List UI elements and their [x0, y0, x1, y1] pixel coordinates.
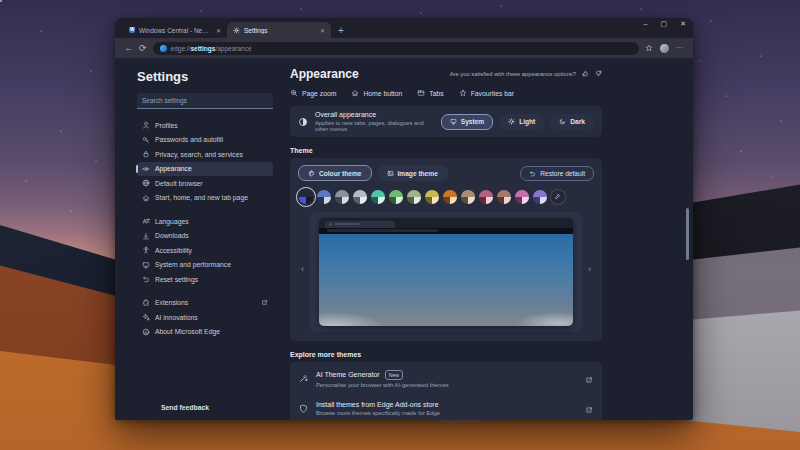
- thumbs-down-icon[interactable]: [595, 70, 602, 77]
- colour-swatch-13[interactable]: [515, 190, 529, 204]
- favourites-star-icon[interactable]: [645, 44, 653, 52]
- colour-swatch-8[interactable]: [425, 190, 439, 204]
- open-external-icon[interactable]: [585, 400, 593, 418]
- colour-swatch-11[interactable]: [479, 190, 493, 204]
- colour-swatch-1[interactable]: [299, 190, 313, 204]
- sidebar-item-start-home-and-new-tab-page[interactable]: Start, home, and new tab page: [137, 191, 273, 206]
- minimize-button[interactable]: –: [644, 20, 648, 28]
- explore-row-title: AI Theme GeneratorNew: [316, 370, 449, 380]
- lock-icon: [142, 150, 150, 158]
- sidebar-item-privacy-search-and-services[interactable]: Privacy, search, and services: [137, 147, 273, 162]
- mode-button-dark[interactable]: Dark: [550, 114, 594, 130]
- sidebar-item-passwords-and-autofill[interactable]: Passwords and autofill: [137, 133, 273, 148]
- edge-icon: [142, 328, 150, 336]
- sidebar-item-ai-innovations[interactable]: AI innovations: [137, 310, 273, 325]
- quick-link-tabs[interactable]: Tabs: [417, 89, 443, 97]
- browser-window: W Windows Central - News, Review… ✕ Sett…: [115, 18, 693, 420]
- close-button[interactable]: ✕: [680, 20, 686, 28]
- tab-settings[interactable]: Settings ✕: [227, 22, 331, 38]
- tab-close-icon[interactable]: ✕: [216, 27, 221, 34]
- search-settings-input[interactable]: Search settings: [137, 93, 273, 109]
- profile-avatar[interactable]: [660, 44, 669, 53]
- key-icon: [142, 136, 150, 144]
- address-toolbar: ← ⟳ edge://settings/appearance ⋯: [115, 38, 693, 58]
- explore-row-ai-theme-generator[interactable]: AI Theme GeneratorNewPersonalise your br…: [299, 364, 593, 394]
- custom-colour-picker-button[interactable]: [551, 190, 565, 204]
- sidebar-item-reset-settings[interactable]: Reset settings: [137, 272, 273, 287]
- quick-link-page-zoom[interactable]: Page zoom: [290, 89, 336, 97]
- url-text: edge://settings/appearance: [171, 45, 252, 52]
- colour-swatch-3[interactable]: [335, 190, 349, 204]
- tab-favicon: W: [129, 27, 135, 33]
- theme-tab-image-theme[interactable]: Image theme: [377, 165, 448, 181]
- wand-icon: [299, 374, 308, 383]
- colour-swatch-6[interactable]: [389, 190, 403, 204]
- colour-swatch-4[interactable]: [353, 190, 367, 204]
- sidebar-item-about-microsoft-edge[interactable]: About Microsoft Edge: [137, 325, 273, 340]
- wallpaper-stars: [0, 0, 2, 2]
- person-icon: [142, 121, 150, 129]
- mode-button-label: System: [461, 118, 484, 125]
- download-icon: [142, 232, 150, 240]
- tab-bar: W Windows Central - News, Review… ✕ Sett…: [115, 18, 693, 38]
- theme-tab-colour-theme[interactable]: Colour theme: [298, 165, 372, 181]
- sidebar-item-default-browser[interactable]: Default browser: [137, 176, 273, 191]
- more-menu-icon[interactable]: ⋯: [676, 44, 684, 52]
- colour-swatch-2[interactable]: [317, 190, 331, 204]
- explore-row-install-themes-from-edge-add-ons-store[interactable]: Install themes from Edge Add-ons storeBr…: [299, 394, 593, 421]
- explore-row-subtitle: Personalise your browser with AI-generat…: [316, 382, 449, 388]
- sidebar-spacer: [137, 287, 277, 296]
- mini-browser-preview: [319, 218, 573, 326]
- eye-icon: [142, 165, 150, 173]
- globe-icon: [142, 179, 150, 187]
- colour-swatch-5[interactable]: [371, 190, 385, 204]
- quick-link-home-button[interactable]: Home button: [351, 89, 402, 97]
- gear-icon: [233, 27, 240, 34]
- sidebar-item-profiles[interactable]: Profiles: [137, 118, 273, 133]
- scrollbar-thumb[interactable]: [686, 208, 689, 260]
- lang-icon: [142, 217, 150, 225]
- sidebar-item-accessibility[interactable]: Accessibility: [137, 243, 273, 258]
- mode-button-system[interactable]: System: [441, 114, 493, 130]
- colour-swatch-12[interactable]: [497, 190, 511, 204]
- open-external-icon[interactable]: [585, 370, 593, 388]
- sidebar-item-label: Extensions: [155, 299, 188, 306]
- sidebar-item-extensions[interactable]: Extensions: [137, 296, 273, 311]
- refresh-icon[interactable]: ⟳: [139, 44, 147, 53]
- tab-windows-central[interactable]: W Windows Central - News, Review… ✕: [123, 22, 227, 38]
- carousel-prev-icon[interactable]: ‹: [301, 264, 304, 274]
- new-tab-button[interactable]: +: [338, 25, 344, 36]
- thumbs-up-icon[interactable]: [582, 70, 589, 77]
- sidebar-item-downloads[interactable]: Downloads: [137, 229, 273, 244]
- tab-title: Windows Central - News, Review…: [139, 27, 212, 34]
- sidebar-item-system-and-performance[interactable]: System and performance: [137, 258, 273, 273]
- colour-swatch-10[interactable]: [461, 190, 475, 204]
- maximize-button[interactable]: ▢: [661, 20, 668, 28]
- sidebar-item-appearance[interactable]: Appearance: [137, 162, 273, 177]
- send-feedback-button[interactable]: Send feedback: [161, 404, 209, 411]
- mini-url-pill: [327, 229, 438, 232]
- back-icon[interactable]: ←: [124, 44, 133, 53]
- colour-swatch-14[interactable]: [533, 190, 547, 204]
- sidebar-item-label: Privacy, search, and services: [155, 151, 243, 158]
- home-icon: [142, 194, 150, 202]
- mini-tab: [325, 221, 395, 228]
- external-icon: [585, 376, 593, 384]
- dropper-icon: [554, 193, 561, 200]
- moon-icon: [559, 118, 566, 125]
- home-icon: [351, 89, 359, 97]
- tab-close-icon[interactable]: ✕: [320, 27, 325, 34]
- window-controls: – ▢ ✕: [644, 20, 686, 28]
- settings-title: Settings: [137, 69, 277, 84]
- sidebar-item-label: Accessibility: [155, 247, 192, 254]
- colour-swatch-7[interactable]: [407, 190, 421, 204]
- monitor-icon: [142, 261, 150, 269]
- restore-default-button[interactable]: Restore default: [520, 166, 594, 181]
- quick-link-favourites-bar[interactable]: Favourites bar: [459, 89, 514, 97]
- sidebar-item-languages[interactable]: Languages: [137, 214, 273, 229]
- carousel-next-icon[interactable]: ›: [588, 264, 591, 274]
- address-bar[interactable]: edge://settings/appearance: [153, 42, 639, 55]
- colour-swatch-9[interactable]: [443, 190, 457, 204]
- mode-button-light[interactable]: Light: [499, 114, 544, 130]
- contrast-icon: [298, 117, 308, 127]
